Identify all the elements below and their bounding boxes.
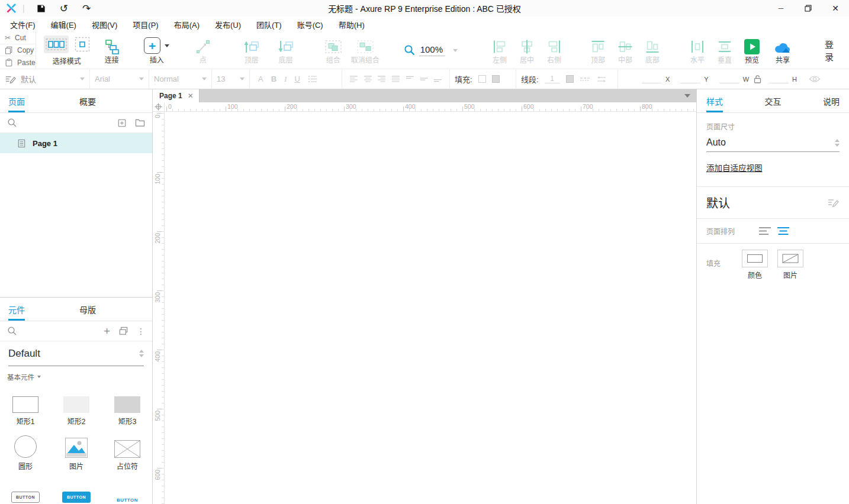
vertical-align-top-icon[interactable] (406, 75, 414, 83)
widget-item-rect3[interactable]: 矩形3 (102, 389, 153, 425)
page-align-left-icon[interactable] (758, 227, 771, 235)
font-color-button[interactable]: A (258, 75, 263, 83)
widget-section-header[interactable]: 基本元件 (0, 366, 152, 384)
vertical-align-middle-icon[interactable] (420, 75, 429, 83)
fill-shadow-swatch[interactable] (492, 75, 500, 83)
fill-color-option[interactable]: 颜色 (742, 250, 768, 280)
login-button[interactable]: 登录 (825, 32, 834, 69)
distribute-vertical-button[interactable]: 垂直 (711, 32, 738, 69)
point-button[interactable]: 点 (189, 32, 217, 69)
insert-button[interactable]: + 插入 (143, 32, 171, 69)
menu-item-project[interactable]: 项目(P) (125, 19, 166, 30)
menu-item-help[interactable]: 帮助(H) (331, 19, 372, 30)
menu-item-file[interactable]: 文件(F) (2, 19, 43, 30)
page-list-item[interactable]: Page 1 (0, 133, 152, 153)
underline-button[interactable]: U (294, 75, 300, 83)
tab-list-caret-icon[interactable] (684, 94, 690, 98)
menu-item-edit[interactable]: 编辑(E) (43, 19, 84, 30)
tab-outline[interactable]: 概要 (79, 89, 96, 112)
save-button[interactable] (37, 4, 46, 13)
italic-button[interactable]: I (284, 75, 287, 84)
align-right-button[interactable]: 右侧 (541, 32, 568, 69)
design-canvas[interactable] (165, 112, 696, 504)
align-middle-button[interactable]: 中部 (612, 32, 639, 69)
zoom-value[interactable]: 100% (419, 44, 445, 56)
y-field[interactable] (680, 75, 700, 83)
ruler-origin-corner[interactable] (153, 102, 165, 112)
bring-to-front-button[interactable]: 顶层 (238, 32, 265, 69)
tab-close-icon[interactable]: ✕ (188, 92, 194, 100)
lock-aspect-icon[interactable] (754, 75, 761, 83)
vertical-align-bottom-icon[interactable] (433, 75, 442, 83)
widget-item-link-button[interactable]: BUTTON链接按钮 (102, 479, 153, 504)
library-stack-icon[interactable] (118, 326, 128, 336)
distribute-horizontal-button[interactable]: 水平 (684, 32, 711, 69)
w-field[interactable] (719, 75, 739, 83)
minimize-button[interactable]: ─ (767, 0, 795, 17)
zoom-control[interactable]: 100% (404, 32, 458, 69)
align-top-button[interactable]: 顶部 (584, 32, 612, 69)
x-field[interactable] (642, 75, 662, 83)
widget-item-button[interactable]: BUTTON按钮 (0, 479, 51, 504)
widget-item-circle[interactable]: 圆形 (0, 434, 51, 470)
edit-default-style-icon[interactable] (827, 198, 840, 208)
align-bottom-button[interactable]: 底部 (639, 32, 666, 69)
connect-button[interactable]: 连接 (98, 32, 126, 69)
arrow-style-icon[interactable] (596, 76, 607, 83)
library-select[interactable]: Default (8, 341, 144, 366)
tab-widgets[interactable]: 元件 (8, 298, 25, 321)
bold-button[interactable]: B (271, 75, 276, 83)
menu-item-team[interactable]: 团队(T) (249, 19, 290, 30)
tab-masters[interactable]: 母版 (79, 298, 96, 321)
visibility-eye-icon[interactable] (809, 75, 821, 83)
line-weight-field[interactable]: 1 (545, 75, 560, 83)
font-weight-select[interactable]: Normal (149, 69, 212, 89)
text-align-right-icon[interactable] (377, 75, 386, 83)
widget-item-rect1[interactable]: 矩形1 (0, 389, 51, 425)
tab-pages[interactable]: 页面 (8, 89, 25, 112)
menu-item-view[interactable]: 视图(V) (84, 19, 125, 30)
tab-style[interactable]: 样式 (706, 89, 723, 112)
widget-item-placeholder[interactable]: 占位符 (102, 434, 153, 470)
send-to-back-button[interactable]: 底层 (272, 32, 300, 69)
select-intersect-button[interactable] (44, 35, 69, 53)
add-folder-icon[interactable] (135, 118, 145, 127)
align-center-button[interactable]: 居中 (513, 32, 541, 69)
tab-interactions[interactable]: 交互 (765, 89, 782, 112)
group-button[interactable]: 组合 (320, 32, 347, 69)
vertical-ruler[interactable]: 0 100 200 300 400 500 600 (153, 112, 165, 504)
fill-image-option[interactable]: 图片 (777, 250, 803, 280)
font-size-select[interactable]: 13 (212, 69, 250, 89)
widget-item-image[interactable]: 图片 (51, 434, 102, 470)
add-library-icon[interactable]: + (104, 325, 110, 337)
h-field[interactable] (768, 75, 789, 83)
line-style-icon[interactable] (580, 76, 590, 82)
tab-notes[interactable]: 说明 (823, 89, 840, 112)
copy-button[interactable]: Copy (0, 44, 36, 57)
horizontal-ruler[interactable]: 0 100 200 300 400 500 600 700 800 (165, 102, 696, 112)
cut-button[interactable]: ✂Cut (0, 32, 36, 44)
undo-button[interactable]: ↺ (60, 4, 68, 14)
page-size-select[interactable]: Auto (706, 131, 840, 152)
text-align-left-icon[interactable] (349, 75, 358, 83)
align-left-button[interactable]: 左侧 (486, 32, 513, 69)
widget-item-rect2[interactable]: 矩形2 (51, 389, 102, 425)
preview-button[interactable]: 预览 (738, 32, 766, 69)
add-page-icon[interactable] (117, 118, 127, 128)
text-align-justify-icon[interactable] (391, 75, 400, 83)
menu-item-account[interactable]: 账号(C) (290, 19, 331, 30)
paste-button[interactable]: Paste (0, 56, 36, 69)
select-contain-button[interactable] (75, 37, 90, 52)
style-select[interactable]: 默认 (0, 69, 90, 89)
add-adaptive-view-link[interactable]: 添加自适应视图 (706, 161, 763, 173)
restore-button[interactable] (795, 0, 822, 17)
redo-button[interactable]: ↷ (82, 4, 91, 14)
bullet-list-icon[interactable] (308, 75, 317, 83)
ungroup-button[interactable]: 取消组合 (352, 32, 379, 69)
widget-search-icon[interactable] (7, 326, 17, 336)
line-color-swatch[interactable] (566, 75, 574, 83)
font-family-select[interactable]: Arial (90, 69, 149, 89)
menu-item-arrange[interactable]: 布局(A) (166, 19, 207, 30)
canvas-tab-page1[interactable]: Page 1 ✕ (153, 89, 200, 102)
share-button[interactable]: 共享 (769, 32, 796, 69)
